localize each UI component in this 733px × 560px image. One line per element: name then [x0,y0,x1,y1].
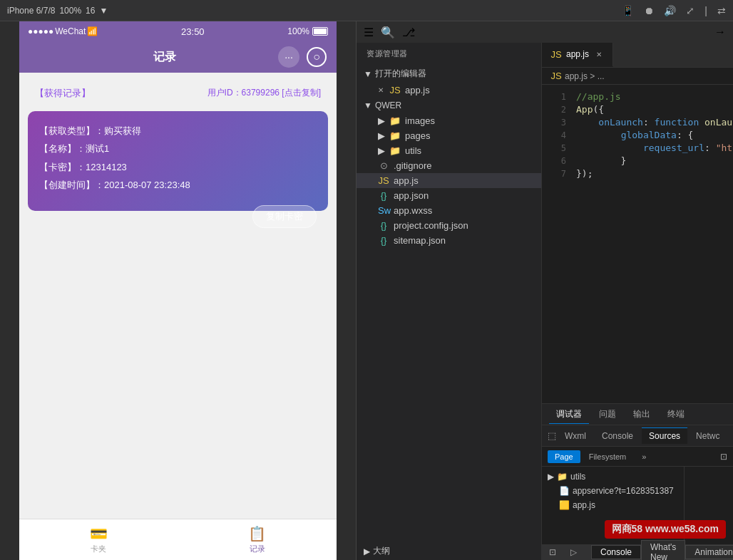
chevron-utils: ▶ [378,145,385,156]
subtab-more[interactable]: » [635,450,653,463]
sources-tree: ▶ 📁 utils 📄 appservice?t=1628351387 🟨 ap… [542,467,685,544]
separator: | [704,5,707,16]
hamburger-icon[interactable]: ☰ [364,26,374,39]
code-line-1: 1 //app.js [542,90,733,103]
appservice-label: appservice?t=1628351387 [573,486,674,496]
user-id-label: 用户ID：63799296 [207,88,280,98]
scan-button[interactable]: ○ [307,47,327,67]
folder-utils[interactable]: ▶ 📁 utils [357,143,541,158]
status-tab-whatsnew[interactable]: What's New [641,540,685,560]
cursor-icon[interactable]: ⬚ [548,430,556,441]
tree-arrow: ▶ [548,472,554,482]
js-file-icon: JS [389,85,401,95]
chevron-open-editors: ▼ [364,69,372,79]
subtab-page[interactable]: Page [548,450,580,463]
tab-close-button[interactable]: ✕ [596,51,602,58]
folder-icon-utils: 📁 [557,472,568,482]
appjson-icon: {} [378,190,389,201]
breadcrumb-path: app.js > ... [565,71,605,81]
status-tab-console[interactable]: Console [591,545,641,559]
nav-item-wallet[interactable]: 💳 卡夹 [19,519,178,560]
subtab-filesystem[interactable]: Filesystem [582,450,634,463]
card-info: 【获取类型】：购买获得 【名称】：测试1 【卡密】：12314123 【创建时间… [39,123,317,194]
signal-dots: ●●●●● [28,26,53,36]
status-icon-left[interactable]: ⊡ [549,547,556,557]
appwxss-name: app.wxss [394,205,432,216]
key-field: 【卡密】：12314123 [39,159,317,175]
search-icon[interactable]: 🔍 [381,26,395,39]
open-editors-section[interactable]: ▼ 打开的编辑器 [357,65,541,83]
projectconfig-name: project.config.json [394,220,468,231]
battery-icon [312,27,328,36]
code-content[interactable]: 1 //app.js 2 App({ 3 onLaunch: function … [542,85,733,403]
tab-output[interactable]: 输出 [626,405,657,423]
tab-terminal[interactable]: 终端 [660,405,692,423]
device-icon[interactable]: 📱 [622,5,634,16]
open-file-appjs[interactable]: ✕ JS app.js [357,83,541,98]
phone-content: 【获得记录】 用户ID：63799296 [点击复制] 【获取类型】：购买获得 … [19,73,337,519]
page-number: 16 [86,6,95,16]
chevron-pages: ▶ [378,130,385,141]
file-explorer: 资源管理器 ▼ 打开的编辑器 ✕ JS app.js ▼ QWER ▶ 📁 [357,43,542,560]
wifi-icon: 📶 [87,26,98,36]
tab-problems[interactable]: 问题 [592,405,623,423]
code-line-7: 7 }); [542,167,733,180]
vscode-panel: ☰ 🔍 ⎇ → 资源管理器 ▼ 打开的编辑器 ✕ JS app.js [357,21,733,560]
audio-icon[interactable]: 🔊 [664,5,676,16]
outline-section[interactable]: ▶ 大纲 [357,542,541,560]
close-tab-icon[interactable]: ✕ [378,86,384,94]
branch-icon[interactable]: ⎇ [402,26,415,39]
tab-appjs[interactable]: JS app.js ✕ [542,43,613,67]
project-section[interactable]: ▼ QWER [357,98,541,113]
file-gitignore[interactable]: ⊙ .gitignore [357,158,541,173]
dropdown-arrow[interactable]: ▼ [99,6,108,16]
folder-icon: 📁 [389,115,401,126]
folder-pages[interactable]: ▶ 📁 pages [357,128,541,143]
devtools-tab-network[interactable]: Netwc [689,428,727,444]
chevron-images: ▶ [378,115,385,126]
panel-tabs: 调试器 问题 输出 终端 [542,404,733,425]
copy-key-button[interactable]: 复制卡密 [252,205,317,228]
file-projectconfig[interactable]: {} project.config.json [357,218,541,233]
utils-folder-name: utils [405,145,421,156]
device-selector[interactable]: iPhone 6/7/8 100% 16 ▼ [7,6,108,16]
tab-name: app.js [566,49,589,59]
tree-item-utils[interactable]: ▶ 📁 utils [542,470,684,484]
battery-percent: 100% [287,26,309,36]
more-options-button[interactable]: ··· [278,46,299,68]
arrow-right-icon[interactable]: → [714,26,726,38]
tab-debugger[interactable]: 调试器 [549,405,589,424]
status-tab-animations[interactable]: Animations [685,545,733,559]
status-tabs: Console What's New Animations [591,540,733,560]
bottom-status-bar: ⊡ ▷ Console What's New Animations [542,544,733,560]
devtools-tab-wxml[interactable]: Wxml [558,428,593,444]
debug-icon[interactable]: ⇄ [717,5,726,16]
folder-images[interactable]: ▶ 📁 images [357,113,541,128]
battery-area: 100% [287,26,328,36]
devtools-tab-sources[interactable]: Sources [642,427,687,444]
status-icon-play[interactable]: ▷ [570,547,577,557]
layout-icon[interactable]: ⊡ [720,452,727,462]
utils-folder-icon: 📁 [389,145,401,156]
copy-id-link[interactable]: [点击复制] [282,88,321,98]
zoom-level: 100% [59,6,81,16]
chevron-project: ▼ [364,100,372,110]
file-appjs[interactable]: JS app.js [357,173,541,188]
record-icon[interactable]: ⏺ [644,5,654,16]
records-icon: 📋 [248,525,266,542]
editor-tabs: JS app.js ✕ [542,43,733,68]
appjs-tree-icon: 🟨 [559,500,570,510]
file-sitemap[interactable]: {} sitemap.json [357,233,541,248]
nav-item-records[interactable]: 📋 记录 [178,519,337,560]
tree-item-appservice[interactable]: 📄 appservice?t=1628351387 [542,484,684,498]
page-title: 记录 [153,50,176,65]
code-line-4: 4 globalData: { [542,129,733,142]
tree-item-appjs[interactable]: 🟨 app.js [542,498,684,512]
file-appjson[interactable]: {} app.json [357,188,541,203]
file-appwxss[interactable]: Sw app.wxss [357,203,541,218]
devtools-tab-console[interactable]: Console [595,428,640,444]
chevron-outline: ▶ [364,546,370,556]
open-editors-label: 打开的编辑器 [375,68,426,80]
fullscreen-icon[interactable]: ⤢ [686,5,694,16]
sitemap-name: sitemap.json [394,235,446,246]
